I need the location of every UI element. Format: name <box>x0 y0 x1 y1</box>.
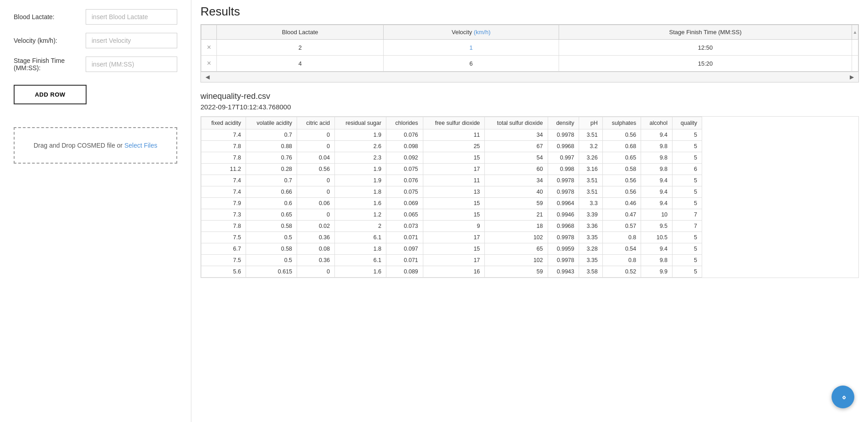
data-cell: 10.5 <box>641 232 673 243</box>
data-cell: 0.54 <box>602 243 641 255</box>
blood-lactate-row: Blood Lactate: <box>14 9 177 25</box>
results-scroll-left[interactable]: ◀ <box>203 73 212 81</box>
data-cell: 5 <box>673 243 702 255</box>
data-cell: 0.02 <box>297 221 335 232</box>
data-cell: 59 <box>485 198 548 209</box>
data-cell: 0.7 <box>246 129 297 141</box>
nav-button[interactable]: ‹› <box>832 386 854 408</box>
data-cell: 6.1 <box>335 232 386 243</box>
results-scroll-up[interactable]: ▲ <box>852 25 858 40</box>
data-cell: 0.092 <box>386 152 423 164</box>
data-cell: 0.065 <box>386 209 423 221</box>
drop-zone-text: Drag and Drop COSMED file or <box>34 142 124 149</box>
data-cell: 7.8 <box>201 141 246 152</box>
data-cell: 13 <box>423 186 485 198</box>
velocity-cell[interactable]: 1 <box>383 40 559 56</box>
data-cell: 0.069 <box>386 198 423 209</box>
data-cell: 0.6 <box>246 198 297 209</box>
data-cell: 0.9946 <box>548 209 579 221</box>
data-cell: 0.998 <box>548 164 579 175</box>
stage-finish-time-input[interactable] <box>86 57 177 72</box>
data-table-row: 11.20.280.561.90.07517600.9983.160.589.8… <box>201 164 702 175</box>
data-cell: 3.3 <box>579 198 602 209</box>
results-col-stage-finish-time: Stage Finish Time (MM:SS) <box>559 25 852 40</box>
stage-finish-time-label: Stage Finish Time (MM:SS): <box>14 57 86 72</box>
data-cell: 3.26 <box>579 152 602 164</box>
stage-finish-time-row: Stage Finish Time (MM:SS): <box>14 57 177 72</box>
velocity-input[interactable] <box>86 33 177 48</box>
data-cell: 5 <box>673 255 702 266</box>
data-cell: 9.4 <box>641 186 673 198</box>
data-cell: 0.88 <box>246 141 297 152</box>
data-cell: 7.5 <box>201 255 246 266</box>
data-cell: 7.8 <box>201 221 246 232</box>
data-cell: 9.5 <box>641 221 673 232</box>
data-col-fixed-acidity: fixed acidity <box>201 117 246 129</box>
results-table-body: ×2112:50×4615:20 <box>201 40 858 72</box>
data-cell: 11.2 <box>201 164 246 175</box>
data-cell: 60 <box>485 164 548 175</box>
velocity-label: Velocity (km/h): <box>14 37 86 44</box>
data-cell: 0.57 <box>602 221 641 232</box>
data-cell: 1.9 <box>335 175 386 186</box>
data-cell: 2.6 <box>335 141 386 152</box>
data-cell: 18 <box>485 221 548 232</box>
data-table-row: 7.30.6501.20.06515210.99463.390.47107 <box>201 209 702 221</box>
data-cell: 5 <box>673 232 702 243</box>
data-cell: 7.9 <box>201 198 246 209</box>
data-cell: 0.47 <box>602 209 641 221</box>
data-cell: 0.08 <box>297 243 335 255</box>
data-cell: 0.7 <box>246 175 297 186</box>
delete-row-button[interactable]: × <box>201 56 217 72</box>
results-col-empty <box>201 25 217 40</box>
data-cell: 0 <box>297 175 335 186</box>
data-cell: 102 <box>485 232 548 243</box>
data-col-total-sulfur-dioxide: total sulfur dioxide <box>485 117 548 129</box>
results-table-row: ×2112:50 <box>201 40 858 56</box>
data-cell: 0 <box>297 129 335 141</box>
delete-row-button[interactable]: × <box>201 40 217 56</box>
data-cell: 0 <box>297 186 335 198</box>
data-table-row: 7.40.701.90.07611340.99783.510.569.45 <box>201 129 702 141</box>
data-table-row: 7.80.760.042.30.09215540.9973.260.659.85 <box>201 152 702 164</box>
results-scroll-right[interactable]: ▶ <box>847 73 857 81</box>
data-cell: 9.9 <box>641 266 673 278</box>
select-files-link[interactable]: Select Files <box>124 142 157 149</box>
data-cell: 3.36 <box>579 221 602 232</box>
data-col-residual-sugar: residual sugar <box>335 117 386 129</box>
data-cell: 0.58 <box>246 221 297 232</box>
data-cell: 5 <box>673 266 702 278</box>
data-cell: 9.4 <box>641 243 673 255</box>
data-cell: 0.56 <box>602 175 641 186</box>
data-cell: 10 <box>641 209 673 221</box>
data-cell: 59 <box>485 266 548 278</box>
data-cell: 15 <box>423 243 485 255</box>
data-cell: 16 <box>423 266 485 278</box>
data-cell: 7.4 <box>201 175 246 186</box>
data-cell: 1.9 <box>335 129 386 141</box>
data-cell: 0.9978 <box>548 186 579 198</box>
data-cell: 0.52 <box>602 266 641 278</box>
data-cell: 0.997 <box>548 152 579 164</box>
data-cell: 9.8 <box>641 255 673 266</box>
results-title: Results <box>200 5 859 19</box>
data-table-header-row: fixed acidityvolatile aciditycitric acid… <box>201 117 702 129</box>
data-cell: 34 <box>485 175 548 186</box>
drop-zone[interactable]: Drag and Drop COSMED file or Select File… <box>14 127 177 164</box>
data-cell: 0.615 <box>246 266 297 278</box>
results-col-velocity: Velocity (km/h) <box>383 25 559 40</box>
data-cell: 1.6 <box>335 266 386 278</box>
data-cell: 0.9964 <box>548 198 579 209</box>
data-cell: 15 <box>423 209 485 221</box>
blood-lactate-input[interactable] <box>86 9 177 25</box>
data-cell: 0.46 <box>602 198 641 209</box>
results-table-wrapper: Blood Lactate Velocity (km/h) Stage Fini… <box>200 24 859 82</box>
data-cell: 5 <box>673 141 702 152</box>
data-cell: 0.56 <box>297 164 335 175</box>
data-table: fixed acidityvolatile aciditycitric acid… <box>201 117 702 278</box>
nav-button-icon: ‹› <box>841 392 845 402</box>
data-cell: 0.076 <box>386 129 423 141</box>
data-cell: 7.4 <box>201 186 246 198</box>
data-cell: 17 <box>423 164 485 175</box>
add-row-button[interactable]: ADD ROW <box>14 85 87 104</box>
